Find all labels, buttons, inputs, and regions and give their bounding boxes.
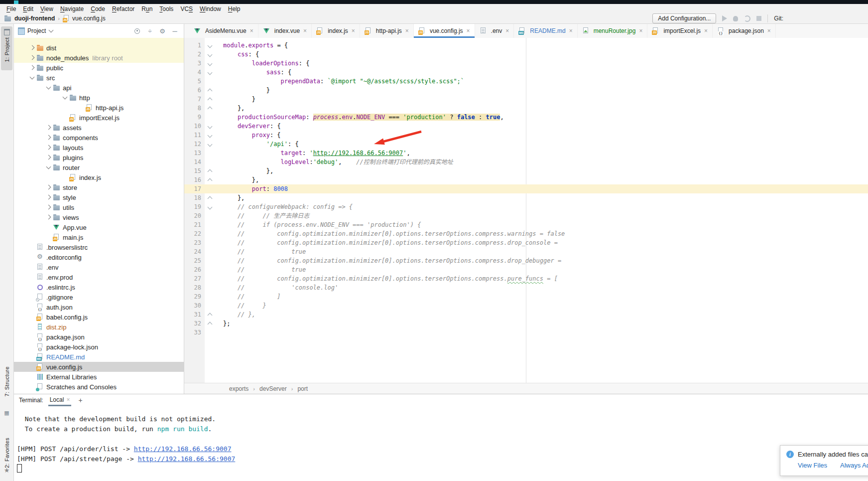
editor-tab-vue.config.js[interactable]: vue.config.js× <box>414 24 475 38</box>
breadcrumb-file[interactable]: vue.config.js <box>72 15 106 22</box>
fold-marker-icon[interactable] <box>208 142 213 147</box>
tab-close-icon[interactable]: × <box>250 27 253 34</box>
breadcrumb-project[interactable]: duoji-frontend <box>14 15 55 22</box>
expand-arrow-icon[interactable] <box>46 135 51 140</box>
code-line-7[interactable]: 7 } <box>184 95 868 104</box>
code-line-21[interactable]: 21 // if (process.env.NODE_ENV === 'prod… <box>184 220 868 229</box>
code-line-3[interactable]: 3 loaderOptions: { <box>184 59 868 68</box>
code-line-14[interactable]: 14 logLevel:'debug', //控制台终端打印代理前的真实地址 <box>184 158 868 166</box>
tree-item-Scratches and Consoles[interactable]: Scratches and Consoles <box>14 382 184 392</box>
hide-panel-icon[interactable]: ─ <box>170 27 180 35</box>
editor-tab-importExcel.js[interactable]: importExcel.js× <box>647 24 713 38</box>
fold-marker-icon[interactable] <box>208 313 213 318</box>
add-configuration-button[interactable]: Add Configuration... <box>652 13 716 23</box>
menu-item-window[interactable]: Window <box>196 5 225 12</box>
menu-item-view[interactable]: View <box>37 5 57 12</box>
tab-close-icon[interactable]: × <box>569 27 573 34</box>
fold-marker-icon[interactable] <box>208 70 213 75</box>
fold-marker-icon[interactable] <box>208 196 213 201</box>
code-line-4[interactable]: 4 sass: { <box>184 68 868 77</box>
editor-tab-package.json[interactable]: package.json× <box>713 24 776 38</box>
expand-arrow-icon[interactable] <box>46 145 51 150</box>
fold-marker-icon[interactable] <box>208 124 213 129</box>
menu-item-run[interactable]: Run <box>138 5 156 12</box>
tree-item-vue.config.js[interactable]: vue.config.js <box>14 362 184 372</box>
tab-close-icon[interactable]: × <box>352 27 355 34</box>
fold-marker-icon[interactable] <box>208 61 213 66</box>
code-line-24[interactable]: 24 // true <box>184 247 868 256</box>
terminal-link[interactable]: http://192.168.66.56:9007 <box>138 455 236 463</box>
code-line-20[interactable]: 20 // // 生产去除日志 <box>184 211 868 220</box>
tree-item-.browserslistrc[interactable]: .browserslistrc <box>14 242 184 252</box>
menu-item-refactor[interactable]: Refactor <box>109 5 138 12</box>
code-line-25[interactable]: 25 // config.optimization.minimizer[0].o… <box>184 256 868 265</box>
tree-item-main.js[interactable]: main.js <box>14 232 184 242</box>
project-panel-title[interactable]: Project <box>27 27 46 34</box>
fold-marker-icon[interactable] <box>208 322 213 327</box>
tab-close-icon[interactable]: × <box>303 27 307 34</box>
fold-marker-icon[interactable] <box>208 89 213 94</box>
code-line-12[interactable]: 12 '/api': { <box>184 140 868 149</box>
editor-tab-index.js[interactable]: index.js× <box>312 24 360 38</box>
menu-item-file[interactable]: File <box>3 5 19 12</box>
tree-item-package.json[interactable]: package.json <box>14 332 184 342</box>
editor-tab-index.vue[interactable]: index.vue× <box>258 24 312 38</box>
code-line-30[interactable]: 30 // } <box>184 301 868 310</box>
code-line-11[interactable]: 11 proxy: { <box>184 131 868 140</box>
gear-icon[interactable]: ⚙ <box>157 27 167 35</box>
tree-item-.gitignore[interactable]: .gitignore <box>14 292 184 302</box>
code-line-28[interactable]: 28 // 'console.log' <box>184 283 868 292</box>
menu-item-tools[interactable]: Tools <box>156 5 177 12</box>
code-line-29[interactable]: 29 // ] <box>184 292 868 301</box>
collapse-all-icon[interactable]: ÷ <box>145 27 155 35</box>
collapse-arrow-icon[interactable] <box>46 84 51 89</box>
code-line-5[interactable]: 5 prependData: `@import "~@/assets/scss/… <box>184 77 868 86</box>
code-line-23[interactable]: 23 // config.optimization.minimizer[0].o… <box>184 238 868 247</box>
tree-item-http-api.js[interactable]: http-api.js <box>14 103 184 113</box>
tab-close-icon[interactable]: × <box>405 27 409 34</box>
collapse-arrow-icon[interactable] <box>29 74 34 79</box>
new-terminal-icon[interactable]: + <box>76 396 84 404</box>
expand-arrow-icon[interactable] <box>46 155 51 160</box>
code-line-31[interactable]: 31 // }, <box>184 310 868 319</box>
editor-tab-http-api.js[interactable]: http-api.js× <box>360 24 414 38</box>
terminal-tab-local[interactable]: Local × <box>48 395 72 406</box>
breadcrumb-item-port[interactable]: port <box>297 385 308 392</box>
tree-item-.eslintrc.js[interactable]: .eslintrc.js <box>14 282 184 292</box>
code-line-32[interactable]: 32}; <box>184 319 868 328</box>
tree-item-package-lock.json[interactable]: package-lock.json <box>14 342 184 352</box>
tree-item-layouts[interactable]: layouts <box>14 143 184 153</box>
tab-close-icon[interactable]: × <box>767 27 771 34</box>
terminal-link[interactable]: http://192.168.66.56:9007 <box>134 445 232 453</box>
menu-item-navigate[interactable]: Navigate <box>57 5 87 12</box>
code-line-27[interactable]: 27 // config.optimization.minimizer[0].o… <box>184 274 868 283</box>
tab-close-icon[interactable]: × <box>704 27 708 34</box>
tree-item-components[interactable]: components <box>14 133 184 143</box>
code-line-13[interactable]: 13 target: 'http://192.168.66.56:9007', <box>184 149 868 158</box>
code-line-19[interactable]: 19 // configureWebpack: config => { <box>184 202 868 211</box>
tree-item-src[interactable]: src <box>14 73 184 83</box>
collapse-arrow-icon[interactable] <box>46 164 51 169</box>
tree-item-api[interactable]: api <box>14 83 184 93</box>
tab-close-icon[interactable]: × <box>467 27 470 34</box>
expand-arrow-icon[interactable] <box>46 125 51 130</box>
expand-arrow-icon[interactable] <box>46 195 51 200</box>
fold-marker-icon[interactable] <box>208 205 213 210</box>
tree-item-.env[interactable]: .env <box>14 262 184 272</box>
code-line-22[interactable]: 22 // config.optimization.minimizer[0].o… <box>184 229 868 238</box>
tree-item-.editorconfig[interactable]: .editorconfig <box>14 252 184 262</box>
tree-item-index.js[interactable]: index.js <box>14 172 184 182</box>
git-branch-label[interactable]: Git: <box>774 15 783 22</box>
always-add-link[interactable]: Always Add <box>840 462 868 469</box>
menu-item-edit[interactable]: Edit <box>19 5 37 12</box>
code-line-33[interactable]: 33 <box>184 328 868 337</box>
editor-tab-.env[interactable]: .env× <box>475 24 514 38</box>
tree-item-style[interactable]: style <box>14 192 184 202</box>
tree-item-.env.prod[interactable]: .env.prod <box>14 272 184 282</box>
tree-item-router[interactable]: router <box>14 162 184 172</box>
code-line-9[interactable]: 9 productionSourceMap: process.env.NODE_… <box>184 113 868 122</box>
code-line-8[interactable]: 8 }, <box>184 104 868 113</box>
tab-close-icon[interactable]: × <box>505 27 509 34</box>
tree-item-plugins[interactable]: plugins <box>14 153 184 162</box>
code-line-2[interactable]: 2 css: { <box>184 50 868 59</box>
